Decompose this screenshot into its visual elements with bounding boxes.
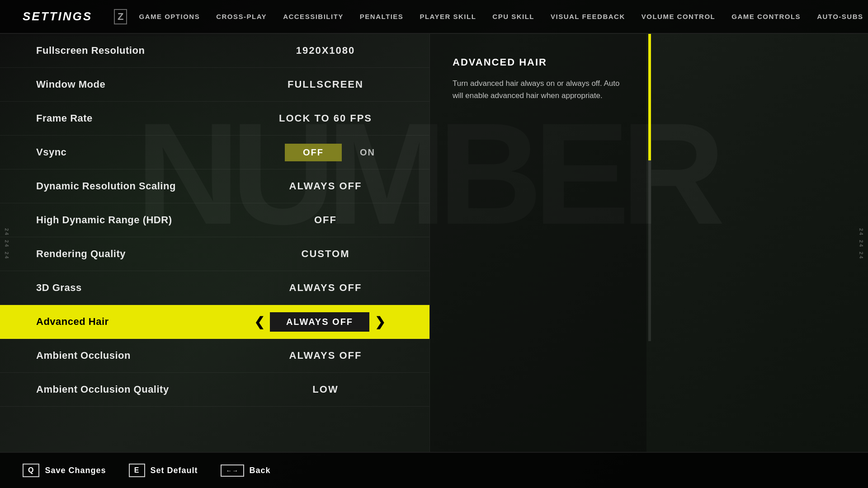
advanced-hair-prev-button[interactable]: ❮ bbox=[249, 313, 270, 331]
tab-volume-control[interactable]: VOLUME CONTROL bbox=[633, 9, 724, 24]
default-key: E bbox=[129, 464, 145, 477]
header: SETTINGS Z GAME OPTIONSCROSS-PLAYACCESSI… bbox=[0, 0, 868, 34]
vsync-off-button[interactable]: OFF bbox=[285, 144, 342, 161]
setting-window-mode[interactable]: Window Mode FULLSCREEN bbox=[0, 68, 429, 102]
setting-dynamic-resolution[interactable]: Dynamic Resolution Scaling ALWAYS OFF bbox=[0, 169, 429, 203]
tab-game-options[interactable]: GAME OPTIONS bbox=[131, 9, 208, 24]
label-dynamic-resolution: Dynamic Resolution Scaling bbox=[36, 180, 258, 192]
advanced-hair-next-button[interactable]: ❯ bbox=[369, 313, 391, 331]
label-rendering-quality: Rendering Quality bbox=[36, 248, 258, 260]
label-ambient-occlusion-quality: Ambient Occlusion Quality bbox=[36, 384, 258, 395]
right-panel: ADVANCED HAIR Turn advanced hair always … bbox=[429, 34, 646, 452]
footer-back: ←→ Back bbox=[221, 465, 271, 477]
content-area: Fullscreen Resolution 1920X1080 Window M… bbox=[0, 34, 868, 452]
settings-list: Fullscreen Resolution 1920X1080 Window M… bbox=[0, 34, 429, 452]
tab-visual-feedback[interactable]: VISUAL FEEDBACK bbox=[542, 9, 633, 24]
left-bracket[interactable]: Z bbox=[114, 9, 127, 24]
footer-default: E Set Default bbox=[129, 464, 198, 477]
setting-fullscreen-resolution[interactable]: Fullscreen Resolution 1920X1080 bbox=[0, 34, 429, 68]
label-frame-rate: Frame Rate bbox=[36, 113, 258, 124]
tab-cross-play[interactable]: CROSS-PLAY bbox=[208, 9, 275, 24]
label-window-mode: Window Mode bbox=[36, 79, 258, 90]
nav-tabs: GAME OPTIONSCROSS-PLAYACCESSIBILITYPENAL… bbox=[131, 9, 868, 24]
value-rendering-quality: CUSTOM bbox=[258, 248, 393, 260]
label-fullscreen-resolution: Fullscreen Resolution bbox=[36, 45, 258, 56]
setting-hdr[interactable]: High Dynamic Range (HDR) OFF bbox=[0, 203, 429, 237]
tab-penalties[interactable]: PENALTIES bbox=[352, 9, 412, 24]
default-label: Set Default bbox=[151, 466, 198, 475]
setting-3d-grass[interactable]: 3D Grass ALWAYS OFF bbox=[0, 271, 429, 305]
scroll-indicator bbox=[648, 34, 651, 341]
footer: Q Save Changes E Set Default ←→ Back bbox=[0, 452, 868, 488]
panel-description: Turn advanced hair always on or always o… bbox=[453, 77, 628, 102]
tab-cpu-skill[interactable]: CPU SKILL bbox=[484, 9, 542, 24]
setting-advanced-hair[interactable]: Advanced Hair ❮ ALWAYS OFF ❯ bbox=[0, 305, 429, 339]
setting-rendering-quality[interactable]: Rendering Quality CUSTOM bbox=[0, 237, 429, 271]
value-fullscreen-resolution: 1920X1080 bbox=[258, 45, 393, 56]
label-3d-grass: 3D Grass bbox=[36, 282, 258, 294]
advanced-hair-control: ❮ ALWAYS OFF ❯ bbox=[249, 312, 393, 332]
setting-frame-rate[interactable]: Frame Rate LOCK TO 60 FPS bbox=[0, 102, 429, 136]
vsync-on-button[interactable]: ON bbox=[342, 144, 393, 161]
tab-player-skill[interactable]: PLAYER SKILL bbox=[411, 9, 484, 24]
label-vsync: Vsync bbox=[36, 146, 285, 158]
tab-game-controls[interactable]: GAME CONTROLS bbox=[723, 9, 809, 24]
tab-auto-subs[interactable]: AUTO-SUBS bbox=[809, 9, 868, 24]
label-hdr: High Dynamic Range (HDR) bbox=[36, 214, 258, 226]
panel-title: ADVANCED HAIR bbox=[453, 56, 628, 68]
value-window-mode: FULLSCREEN bbox=[258, 79, 393, 90]
value-frame-rate: LOCK TO 60 FPS bbox=[258, 113, 393, 124]
setting-ambient-occlusion-quality[interactable]: Ambient Occlusion Quality LOW bbox=[0, 373, 429, 407]
value-hdr: OFF bbox=[258, 214, 393, 226]
setting-vsync[interactable]: Vsync OFF ON bbox=[0, 136, 429, 169]
value-dynamic-resolution: ALWAYS OFF bbox=[258, 180, 393, 192]
settings-title: SETTINGS bbox=[23, 9, 92, 23]
main-container: SETTINGS Z GAME OPTIONSCROSS-PLAYACCESSI… bbox=[0, 0, 868, 488]
tab-accessibility[interactable]: ACCESSIBILITY bbox=[275, 9, 352, 24]
back-key: ←→ bbox=[221, 465, 244, 477]
vsync-toggle: OFF ON bbox=[285, 144, 393, 161]
value-advanced-hair: ALWAYS OFF bbox=[270, 312, 369, 332]
save-key: Q bbox=[23, 464, 39, 477]
scroll-thumb[interactable] bbox=[648, 34, 651, 160]
save-label: Save Changes bbox=[45, 466, 106, 475]
back-label: Back bbox=[250, 466, 271, 475]
value-ambient-occlusion: ALWAYS OFF bbox=[258, 350, 393, 361]
footer-save: Q Save Changes bbox=[23, 464, 106, 477]
label-ambient-occlusion: Ambient Occlusion bbox=[36, 350, 258, 361]
setting-ambient-occlusion[interactable]: Ambient Occlusion ALWAYS OFF bbox=[0, 339, 429, 373]
label-advanced-hair: Advanced Hair bbox=[36, 316, 249, 328]
value-ambient-occlusion-quality: LOW bbox=[258, 384, 393, 395]
value-3d-grass: ALWAYS OFF bbox=[258, 282, 393, 294]
